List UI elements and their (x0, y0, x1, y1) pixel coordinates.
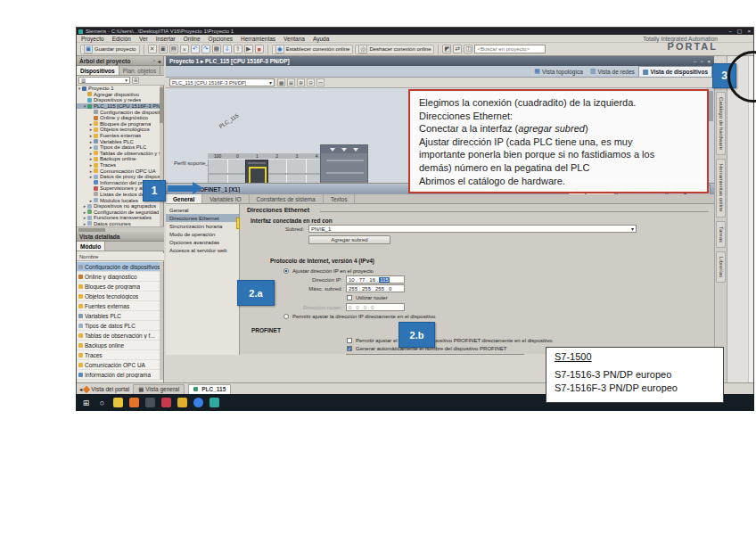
upload-from-device-icon[interactable]: ⇧ (234, 45, 242, 53)
delete-icon[interactable]: × (180, 45, 189, 53)
view-tab[interactable]: ▤ Vista de dispositivos (638, 66, 712, 77)
detail-tab-module[interactable]: Módulo (77, 242, 105, 251)
minimize-button[interactable]: – (728, 28, 731, 35)
tree-item[interactable]: Online y diagnóstico (77, 115, 160, 121)
tree-item[interactable]: ▸ Tablas de observación y forzado... (77, 151, 160, 157)
chevron-down-icon[interactable] (353, 148, 358, 152)
go-offline-button[interactable]: ◎ Deshacer conexión online (355, 45, 434, 54)
task-card-online-tools[interactable]: Herramientas online (716, 159, 726, 218)
router-address-field[interactable]: 0 . 0 . 0 . 0 (346, 303, 405, 311)
ip-address-field[interactable]: 10 . 77 . 16 . 115 (346, 275, 405, 283)
menu-item[interactable]: Proyecto (81, 36, 104, 42)
tree-tab[interactable]: Plan. objetos (119, 66, 161, 75)
tree-scrollbar[interactable] (160, 86, 163, 226)
chevron-down-icon[interactable] (341, 148, 347, 152)
tia-portal-icon[interactable] (210, 398, 219, 407)
tree-item[interactable]: Configuración de dispositivos (77, 109, 160, 115)
app-icon-1[interactable] (129, 398, 139, 407)
add-subnet-button[interactable]: Agregar subred (308, 235, 390, 244)
tree-item[interactable]: ▸ Variables PLC (77, 138, 160, 144)
accessible-devices-icon[interactable]: ◩ (442, 45, 451, 53)
menu-item[interactable]: Edición (112, 36, 131, 42)
tree-item[interactable]: ▸ Fuentes externas (77, 133, 160, 139)
breadcrumb[interactable]: Proyecto 1 ▸ PLC_115 [CPU 1516F-3 PN/DP]… (166, 56, 714, 66)
pin-icon[interactable]: ▫ (153, 58, 155, 64)
collapse-panel-icon[interactable]: ◂ (158, 58, 160, 64)
zoom-out-icon[interactable]: ⊖ (307, 78, 315, 86)
general-tab[interactable]: Variables IO (202, 194, 249, 203)
portal-view-button[interactable]: ◂ Vista del portal (79, 386, 129, 393)
list-item[interactable]: Variables PLC (77, 311, 160, 321)
start-cpu-icon[interactable]: ▶ (244, 45, 253, 53)
profinet-name-field[interactable]: plc_115 (346, 354, 524, 355)
tree-tab[interactable]: Dispositivos (77, 66, 119, 75)
app-icon-2[interactable] (145, 398, 155, 407)
list-item[interactable]: Traces (77, 350, 160, 360)
list-item[interactable]: Tablas de observación y f... (77, 331, 160, 341)
menu-item[interactable]: Ayuda (313, 36, 329, 42)
project-search-input[interactable] (474, 45, 546, 53)
inspector-nav-item[interactable]: Direcciones Ethernet (166, 214, 239, 222)
view-tab[interactable]: ▥ Vista de redes (587, 66, 638, 77)
chevron-down-icon[interactable] (330, 148, 335, 152)
tree-item[interactable]: ▸ Datos de proxy de dispositivo (77, 174, 160, 180)
app-icon-4[interactable] (177, 398, 187, 407)
file-explorer-icon[interactable] (113, 398, 123, 407)
copy-icon[interactable]: ▣ (159, 45, 168, 53)
tree-item[interactable]: Dispositivos y redes (77, 97, 160, 103)
menu-item[interactable]: Ventana (284, 36, 305, 42)
download-to-device-icon[interactable]: ⇩ (223, 45, 232, 53)
close-button[interactable]: × (747, 28, 751, 35)
paste-icon[interactable]: ▤ (169, 45, 178, 53)
start-icon[interactable]: ⊞ (81, 398, 91, 407)
tree-item[interactable]: ▸ Funciones transversales (77, 215, 160, 221)
list-item[interactable]: Tipos de datos PLC (77, 321, 160, 331)
cross-references-icon[interactable]: ⇄ (453, 45, 462, 53)
tree-item[interactable]: ▸ Tipos de datos PLC (77, 144, 160, 151)
list-item[interactable]: Información del programa (77, 370, 160, 380)
list-item[interactable]: Bloques de programa (77, 282, 160, 292)
overview-tab[interactable]: ▦ Vista general (133, 384, 185, 395)
save-project-button[interactable]: ▣ Guardar proyecto (80, 45, 140, 54)
inspector-nav-item[interactable]: Modo de operación (166, 230, 239, 238)
tag-table-icon[interactable]: ⊞ (287, 78, 295, 86)
fit-page-icon[interactable]: ▭ (316, 78, 325, 86)
tree-item[interactable]: ▾ Proyecto 1 (77, 86, 160, 92)
radio-ip-in-project[interactable] (284, 268, 289, 274)
inspector-nav-item[interactable]: Sincronización horaria (166, 222, 239, 230)
use-router-checkbox[interactable] (347, 295, 352, 300)
tree-item[interactable]: ▾ PLC_115 [CPU 1516F-3 PN/DP] (77, 103, 160, 110)
tree-filter-combo[interactable]: ▥▾ (78, 77, 130, 84)
zoom-in-icon[interactable]: ⊕ (297, 78, 305, 86)
menu-item[interactable]: Online (184, 36, 201, 42)
tree-item[interactable]: ▸ Objetos tecnológicos (77, 127, 160, 133)
list-item[interactable]: Configuración de dispositivos (77, 262, 160, 272)
list-item[interactable]: Backups online (77, 341, 160, 350)
task-card-tasks[interactable]: Tareas (716, 221, 726, 248)
task-card-libraries[interactable]: Librerías (716, 251, 726, 283)
search-icon[interactable]: ○ (97, 398, 107, 407)
subnet-mask-field[interactable]: 255 . 255 . 255 . 0 (346, 284, 405, 292)
menu-item[interactable]: Herramientas (241, 36, 275, 42)
general-tab[interactable]: General (166, 194, 202, 203)
radio-ip-on-device[interactable] (284, 314, 289, 319)
tree-item[interactable]: ▸ Backups online (77, 156, 160, 162)
cut-icon[interactable]: ✕ (148, 45, 157, 53)
app-icon-3[interactable] (161, 398, 171, 407)
list-item[interactable]: Objetos tecnológicos (77, 292, 160, 301)
list-item[interactable]: Online y diagnóstico (77, 272, 160, 282)
split-editor-icon[interactable]: ◫ (464, 45, 472, 53)
general-tab[interactable]: Constantes de sistema (250, 194, 324, 203)
detail-scrollbar[interactable] (160, 262, 163, 380)
inspector-nav-item[interactable]: Opciones avanzadas (166, 238, 239, 246)
pane-float-icon[interactable]: ▫ (701, 59, 703, 64)
maximize-button[interactable]: ▢ (737, 28, 743, 35)
tree-item[interactable]: Agregar dispositivo (77, 92, 160, 98)
tree-options-icon[interactable]: ⊞ (132, 77, 139, 84)
open-editor-tab[interactable]: PLC_115 (188, 384, 231, 395)
tree-item[interactable]: ▸ Dispositivos no agrupados (77, 203, 160, 209)
tree-item[interactable]: ▸ Configuración de seguridad (77, 209, 160, 215)
tree-item[interactable]: ▸ Comunicación OPC UA (77, 168, 160, 174)
tree-item[interactable]: ▸ Traces (77, 162, 160, 168)
device-select[interactable]: PLC_115 [CPU 1516F-3 PN/DP] ▾ (169, 78, 275, 86)
